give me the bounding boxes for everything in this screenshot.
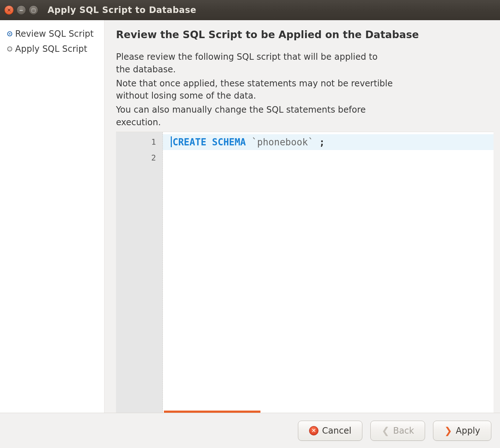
code-line[interactable]: CREATE SCHEMA `phonebook` ; [163, 134, 494, 150]
editor-scroll-indicator[interactable] [164, 411, 260, 413]
radio-inactive-icon [7, 46, 12, 51]
sql-terminator: ; [319, 137, 325, 148]
wizard-step-review[interactable]: Review SQL Script [7, 29, 98, 39]
code-line[interactable] [163, 150, 494, 166]
close-icon: ✕ [7, 7, 11, 13]
cancel-icon: ✕ [309, 426, 318, 435]
instructions-line: Please review the following SQL script t… [116, 51, 393, 76]
window-close-button[interactable]: ✕ [4, 5, 14, 15]
wizard-step-label: Apply SQL Script [15, 44, 87, 54]
apply-button[interactable]: ❯ Apply [433, 421, 491, 441]
window-maximize-button[interactable]: ▢ [29, 5, 38, 15]
main-panel: Review the SQL Script to be Applied on t… [104, 20, 500, 413]
wizard-step-label: Review SQL Script [15, 29, 94, 39]
back-button: ❮ Back [370, 421, 425, 441]
dialog-footer: ✕ Cancel ❮ Back ❯ Apply [0, 413, 500, 448]
wizard-step-apply[interactable]: Apply SQL Script [7, 44, 98, 54]
radio-active-icon [7, 31, 12, 36]
sql-keyword: CREATE SCHEMA [173, 137, 246, 148]
sql-editor[interactable]: 1 2 CREATE SCHEMA `phonebook` ; [116, 132, 494, 413]
button-label: Back [393, 426, 414, 436]
chevron-right-icon: ❯ [444, 425, 452, 436]
editor-gutter: 1 2 [116, 132, 163, 413]
text-cursor-icon [171, 136, 172, 147]
workarea: Review SQL Script Apply SQL Script Revie… [0, 20, 500, 413]
button-label: Cancel [322, 426, 351, 436]
instructions-line: You can also manually change the SQL sta… [116, 104, 393, 129]
instructions-line: Note that once applied, these statements… [116, 77, 393, 103]
editor-code-area[interactable]: CREATE SCHEMA `phonebook` ; [163, 132, 494, 413]
titlebar: ✕ − ▢ Apply SQL Script to Database [0, 0, 500, 20]
window-minimize-button[interactable]: − [17, 5, 26, 15]
wizard-sidebar: Review SQL Script Apply SQL Script [0, 20, 104, 413]
line-number: 2 [116, 150, 162, 166]
cancel-button[interactable]: ✕ Cancel [298, 421, 362, 441]
maximize-icon: ▢ [31, 7, 36, 13]
window-title: Apply SQL Script to Database [48, 5, 196, 15]
minimize-icon: − [19, 7, 23, 13]
page-title: Review the SQL Script to be Applied on t… [116, 29, 494, 41]
chevron-left-icon: ❮ [381, 425, 389, 436]
line-number: 1 [116, 134, 162, 150]
sql-identifier: `phonebook` [251, 137, 313, 148]
button-label: Apply [456, 426, 480, 436]
